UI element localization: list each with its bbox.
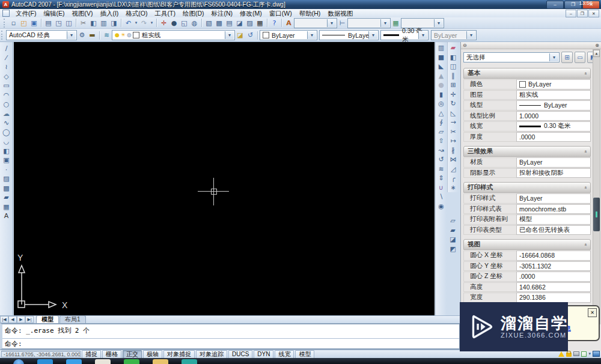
palette-section-header[interactable]: 三维效果« [463, 146, 591, 157]
pan-button[interactable]: ✛ [159, 18, 169, 28]
pyramid-button[interactable]: △ [436, 109, 447, 118]
property-value[interactable]: 1.0000 [516, 111, 591, 121]
color-combo[interactable]: ByLayer [260, 30, 317, 40]
palette-minimize-icon[interactable]: ⊖ [463, 43, 467, 48]
toggle-模型[interactable]: 模型 [295, 350, 314, 359]
taskbar-ie-button[interactable] [37, 359, 53, 364]
tool-palettes-button[interactable]: ▩ [214, 18, 224, 28]
3d-orbit-button[interactable]: ◉ [436, 202, 447, 211]
tab-prev-button[interactable]: ◀ [8, 316, 17, 323]
rectangle-button[interactable]: ▭ [1, 81, 11, 91]
document-icon[interactable] [2, 10, 10, 17]
helix-button[interactable]: ∮ [436, 118, 447, 127]
send-to-back-button[interactable]: ▰ [448, 226, 458, 235]
menu-item[interactable]: 编辑(E) [40, 9, 68, 17]
planar-surface-button[interactable]: ▱ [436, 127, 447, 137]
toggle-DUCS[interactable]: DUCS [228, 350, 252, 359]
property-value[interactable]: 投射和接收阴影 [516, 168, 591, 178]
mirror-button[interactable]: ◫ [448, 62, 459, 71]
array-button[interactable]: ⊞ [448, 80, 459, 90]
property-value[interactable]: ByLayer [516, 79, 591, 89]
taskbar-app-teal-button[interactable] [182, 359, 197, 364]
plotter-icon[interactable] [573, 351, 579, 356]
wedge-button[interactable]: ◣ [436, 62, 447, 71]
fillet-button[interactable]: ╭ [448, 174, 459, 183]
validate-icon[interactable] [581, 351, 587, 357]
region-button[interactable]: ▰ [1, 193, 11, 202]
menu-item[interactable]: 格式(O) [122, 9, 151, 17]
paste-button[interactable]: ▥ [99, 18, 109, 28]
property-value[interactable]: 140.6862 [516, 282, 591, 293]
lock-icon[interactable] [566, 353, 572, 357]
offset-button[interactable]: ∥ [448, 71, 459, 81]
collapse-chevron-icon[interactable]: « [582, 150, 588, 153]
tab-first-button[interactable]: |◀ [0, 316, 8, 323]
polygon-button[interactable]: ◇ [1, 72, 11, 82]
menu-item[interactable]: 修改(M) [236, 9, 266, 17]
collapse-chevron-icon[interactable]: « [582, 186, 588, 189]
warning-icon[interactable] [558, 351, 564, 357]
menu-item[interactable]: 工具(T) [151, 9, 179, 17]
menu-item[interactable]: 帮助(H) [296, 9, 325, 17]
property-value[interactable]: 290.1386 [516, 293, 591, 303]
erase-button[interactable]: ▰ [448, 43, 459, 53]
toggle-线宽[interactable]: 线宽 [275, 350, 294, 359]
command-prompt-line[interactable]: 命令: [2, 339, 459, 349]
dim-style-button[interactable]: ⊢ [337, 18, 347, 28]
command-window[interactable]: 命令: _.erase 找到 2 个 命令: [0, 323, 460, 350]
zoom-window-button[interactable]: ◱ [179, 18, 189, 28]
property-value[interactable]: .0000 [516, 132, 591, 142]
make-block-button[interactable]: ▣ [1, 156, 11, 165]
ellipse-button[interactable]: ◯ [1, 128, 11, 138]
open-button[interactable]: ◰ [19, 18, 29, 28]
property-value[interactable]: ByLayer [516, 157, 591, 168]
tab-layout[interactable]: 布局1 [59, 315, 86, 323]
redo-button[interactable]: ↷ [139, 18, 149, 28]
markup-set-manager-button[interactable]: ◪ [234, 18, 245, 28]
property-value[interactable]: ByLayer [516, 193, 591, 204]
toggle-栅格[interactable]: 栅格 [102, 350, 121, 359]
table-button[interactable]: ▦ [1, 202, 11, 212]
plot-style-combo[interactable]: ByLayer [431, 30, 477, 40]
property-value[interactable]: ByLayer [516, 100, 591, 111]
taskbar-app-green-button[interactable] [124, 359, 139, 364]
tab-next-button[interactable]: ▶ [17, 316, 25, 323]
union-button[interactable]: ∪ [436, 183, 447, 193]
cone-button[interactable]: ▲ [436, 71, 447, 81]
palette-title-bar[interactable]: ⊖ ⊗ [461, 42, 601, 49]
quickcalc-button[interactable]: ▦ [255, 18, 265, 28]
sweep-button[interactable]: ↝ [436, 146, 447, 156]
undo-button[interactable]: ↶ [123, 18, 133, 28]
construction-line-button[interactable]: ⁄ [1, 53, 11, 63]
menu-item[interactable]: 标注(N) [208, 9, 237, 17]
menu-item[interactable]: 数据视图 [324, 9, 356, 17]
plot-preview-button[interactable]: ◳ [53, 18, 64, 28]
arc-button[interactable]: ◠ [1, 91, 11, 100]
scroll-up-arrow[interactable]: ▲ [593, 50, 600, 57]
palette-section-header[interactable]: 基本« [463, 68, 591, 79]
properties-palette-button[interactable]: ▤ [224, 18, 234, 28]
rotate-button[interactable]: ↻ [448, 99, 459, 109]
toggle-对象追踪[interactable]: 对象追踪 [196, 350, 227, 359]
window-minimize-button[interactable] [546, 1, 564, 9]
ellipse-arc-button[interactable]: ◡ [1, 137, 11, 147]
toggle-捕捉[interactable]: 捕捉 [82, 350, 101, 359]
gradient-button[interactable]: ▩ [1, 184, 11, 193]
dbconnect-button[interactable]: ▨ [245, 18, 255, 28]
property-value[interactable]: monochrome.stb [516, 204, 591, 214]
revolve-button[interactable]: ↺ [436, 155, 447, 165]
circle-button[interactable]: ○ [1, 100, 11, 109]
torus-button[interactable]: ◎ [436, 99, 447, 109]
collapse-chevron-icon[interactable]: « [582, 243, 588, 246]
doc-minimize-button[interactable]: – [566, 10, 576, 17]
zoom-realtime-button[interactable]: ● [169, 18, 179, 28]
plot-button[interactable]: ▤ [43, 18, 53, 28]
chamfer-button[interactable]: ◿ [448, 165, 459, 174]
cut-button[interactable]: ✂ [78, 18, 88, 28]
trim-button[interactable]: ✂ [448, 127, 459, 137]
toolbar-grip[interactable] [1, 31, 5, 40]
pickadd-toggle-button[interactable]: ⊞ [561, 52, 573, 63]
toggle-对象捕捉[interactable]: 对象捕捉 [163, 350, 195, 359]
doc-close-button[interactable]: ✕ [588, 10, 599, 17]
bring-to-front-button[interactable]: ▱ [448, 216, 458, 226]
